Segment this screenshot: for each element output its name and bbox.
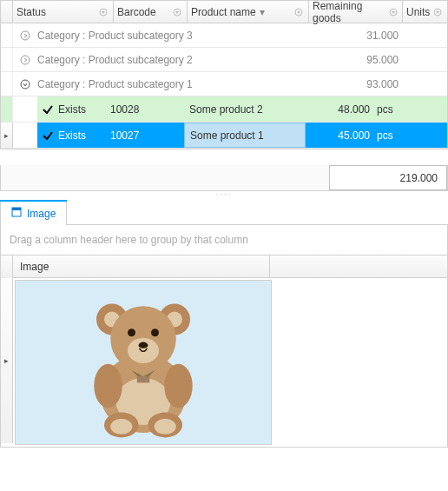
expand-icon[interactable] <box>18 29 32 43</box>
group-value: 31.000 <box>312 30 405 42</box>
column-header-remaining[interactable]: Remaining goods <box>309 1 403 23</box>
group-panel-hint[interactable]: Drag a column header here to group by th… <box>0 225 448 255</box>
collapse-icon[interactable] <box>18 77 32 91</box>
svg-point-20 <box>139 342 148 348</box>
column-label: Status <box>16 6 46 18</box>
svg-point-6 <box>21 56 30 64</box>
svg-point-21 <box>94 364 122 408</box>
cell-remaining: 48.000 <box>306 103 373 116</box>
filter-icon[interactable] <box>97 6 109 18</box>
grid-body: Category : Product subcategory 3 31.000 … <box>1 23 447 149</box>
column-header-product[interactable]: Product name ▾ <box>188 1 309 23</box>
indent <box>13 123 37 148</box>
image-grid-body: ▸ <box>1 278 447 447</box>
group-label: Category : Product subcategory 3 <box>37 30 312 42</box>
cell-units: pcs <box>373 103 415 116</box>
cell-remaining: 45.000 <box>306 129 373 142</box>
product-image[interactable] <box>15 280 272 445</box>
splitter-handle[interactable]: ···· <box>0 191 448 196</box>
cell-units: pcs <box>373 129 415 142</box>
svg-point-25 <box>110 419 132 435</box>
expand-icon[interactable] <box>18 53 32 67</box>
indent <box>1 23 13 47</box>
image-grid-header: Image <box>1 255 447 278</box>
column-label: Product name <box>191 6 256 18</box>
cell-barcode: 10028 <box>110 103 184 116</box>
image-icon <box>11 207 22 220</box>
svg-point-22 <box>164 364 192 408</box>
svg-point-19 <box>151 328 159 336</box>
group-label: Category : Product subcategory 1 <box>37 78 312 90</box>
svg-point-5 <box>21 31 30 40</box>
column-label: Units <box>406 6 430 18</box>
group-value: 93.000 <box>312 78 405 90</box>
image-grid: Image ▸ <box>0 255 448 448</box>
summary-row: 219.000 <box>0 165 448 191</box>
group-row[interactable]: Category : Product subcategory 3 31.000 <box>1 23 447 48</box>
group-row[interactable]: Category : Product subcategory 1 93.000 <box>1 72 447 96</box>
cell-status: Exists <box>58 129 110 142</box>
filter-icon[interactable] <box>432 6 444 18</box>
filter-icon[interactable] <box>171 6 183 18</box>
column-label: Remaining goods <box>313 0 387 24</box>
column-label: Image <box>20 261 49 273</box>
group-value: 95.000 <box>312 54 405 66</box>
check-icon <box>37 103 58 116</box>
svg-point-26 <box>155 419 176 435</box>
column-header-status[interactable]: Status <box>13 1 114 23</box>
filter-icon[interactable] <box>387 6 399 18</box>
product-grid: Status Barcode Product name ▾ Remaining … <box>0 0 448 149</box>
indent <box>1 48 13 71</box>
sort-desc-icon: ▾ <box>260 6 265 18</box>
indent <box>1 96 13 122</box>
column-label: Barcode <box>117 6 156 18</box>
column-header-barcode[interactable]: Barcode <box>114 1 188 23</box>
indent <box>13 96 37 122</box>
group-row[interactable]: Category : Product subcategory 2 95.000 <box>1 48 447 72</box>
svg-point-17 <box>128 338 159 363</box>
column-header-units[interactable]: Units <box>403 1 447 23</box>
summary-total: 219.000 <box>329 165 447 190</box>
row-indicator-header <box>1 1 13 23</box>
cell-product: Some product 2 <box>184 96 306 122</box>
tab-image[interactable]: Image <box>0 201 67 225</box>
column-header-image[interactable]: Image <box>13 255 270 277</box>
svg-rect-27 <box>137 376 149 382</box>
data-row[interactable]: Exists 10028 Some product 2 48.000 pcs <box>1 96 447 123</box>
indent <box>1 72 13 96</box>
teddy-bear-icon <box>65 284 221 441</box>
row-indicator-icon: ▸ <box>1 123 13 148</box>
svg-point-18 <box>128 328 135 336</box>
row-indicator-header <box>1 255 13 278</box>
grid-header-row: Status Barcode Product name ▾ Remaining … <box>1 1 447 23</box>
cell-status: Exists <box>58 103 110 116</box>
cell-product[interactable]: Some product 1 <box>184 123 306 148</box>
tab-label: Image <box>27 208 56 220</box>
svg-point-7 <box>21 80 30 89</box>
data-row-selected[interactable]: ▸ Exists 10027 Some product 1 45.000 pcs <box>1 123 447 149</box>
check-icon <box>37 129 58 142</box>
filter-icon[interactable] <box>293 6 305 18</box>
group-label: Category : Product subcategory 2 <box>37 54 312 66</box>
row-indicator-icon: ▸ <box>1 278 13 443</box>
cell-barcode: 10027 <box>110 129 184 142</box>
svg-rect-9 <box>12 208 21 210</box>
detail-tabs: Image <box>0 200 448 225</box>
